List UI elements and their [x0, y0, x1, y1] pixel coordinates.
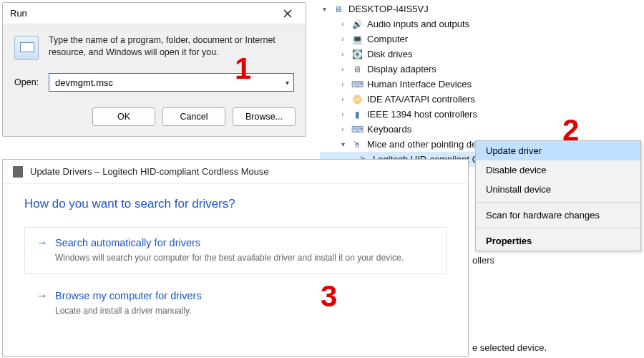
keyboard-icon: ⌨: [351, 124, 363, 135]
ctx-update-driver[interactable]: Update driver: [476, 141, 640, 160]
separator: [477, 228, 639, 228]
device-icon: [13, 166, 23, 178]
mouse-icon: 🖱: [351, 139, 363, 150]
run-program-icon: [14, 36, 39, 60]
ctx-uninstall-device[interactable]: Uninstall device: [476, 180, 640, 199]
tree-item-keyboards[interactable]: ›⌨Keyboards: [320, 122, 635, 137]
browse-button[interactable]: Browse...: [233, 107, 296, 126]
firewire-icon: ▮: [351, 109, 363, 120]
option-search-automatically[interactable]: → Search automatically for drivers Windo…: [24, 227, 447, 274]
tree-item-ide[interactable]: ›📀IDE ATA/ATAPI controllers: [320, 92, 635, 107]
tree-item-display[interactable]: ›🖥Display adapters: [320, 62, 635, 77]
cancel-button[interactable]: Cancel: [162, 107, 225, 126]
run-title: Run: [7, 8, 274, 19]
tree-root[interactable]: ▾ 🖥 DESKTOP-I4IS5VJ: [320, 1, 635, 16]
tree-item-computer[interactable]: ›💻Computer: [320, 32, 635, 47]
wizard-heading: How do you want to search for drivers?: [24, 197, 447, 211]
collapse-icon[interactable]: ▾: [338, 140, 347, 148]
partial-text: ollers: [472, 255, 494, 266]
partial-text: e selected device.: [472, 342, 547, 353]
chevron-down-icon[interactable]: ▾: [286, 79, 289, 87]
audio-icon: 🔊: [351, 19, 363, 30]
option-title: Search automatically for drivers: [55, 237, 200, 248]
tree-item-disk[interactable]: ›💽Disk drives: [320, 47, 635, 62]
hid-icon: ⌨: [351, 79, 363, 90]
computer-icon: 🖥: [333, 4, 344, 15]
step-number-1: 1: [235, 52, 251, 86]
display-icon: 🖥: [351, 64, 363, 75]
close-icon[interactable]: [274, 5, 301, 22]
collapse-icon[interactable]: ▾: [320, 5, 328, 13]
disk-icon: 💽: [351, 49, 363, 60]
run-titlebar: Run: [3, 3, 306, 24]
arrow-right-icon: →: [36, 236, 48, 249]
open-label: Open:: [14, 77, 39, 87]
step-number-2: 2: [562, 113, 579, 147]
option-description: Windows will search your computer for th…: [36, 252, 434, 263]
arrow-right-icon: →: [36, 289, 48, 302]
ctx-properties[interactable]: Properties: [476, 231, 640, 251]
tree-item-hid[interactable]: ›⌨Human Interface Devices: [320, 77, 635, 92]
wizard-titlebar: Update Drivers – Logitech HID-compliant …: [3, 160, 468, 184]
option-browse-computer[interactable]: → Browse my computer for drivers Locate …: [24, 287, 447, 327]
pc-icon: 💻: [351, 34, 363, 45]
ide-icon: 📀: [351, 94, 363, 105]
tree-item-ieee1394[interactable]: ›▮IEEE 1394 host controllers: [320, 107, 635, 122]
run-description: Type the name of a program, folder, docu…: [49, 34, 294, 59]
ok-button[interactable]: OK: [92, 107, 155, 126]
context-menu: Update driver Disable device Uninstall d…: [475, 140, 641, 251]
ctx-disable-device[interactable]: Disable device: [476, 160, 640, 180]
separator: [477, 202, 639, 203]
update-drivers-wizard: Update Drivers – Logitech HID-compliant …: [2, 159, 469, 357]
tree-item-audio[interactable]: ›🔊Audio inputs and outputs: [320, 16, 635, 32]
open-combobox[interactable]: ▾: [49, 73, 294, 92]
option-description: Locate and install a driver manually.: [36, 305, 434, 316]
option-title: Browse my computer for drivers: [55, 290, 202, 301]
tree-root-label: DESKTOP-I4IS5VJ: [348, 4, 429, 14]
step-number-3: 3: [321, 279, 337, 314]
run-dialog: Run Type the name of a program, folder, …: [2, 2, 306, 137]
ctx-scan-hardware[interactable]: Scan for hardware changes: [476, 205, 640, 225]
wizard-title: Update Drivers – Logitech HID-compliant …: [30, 166, 269, 177]
